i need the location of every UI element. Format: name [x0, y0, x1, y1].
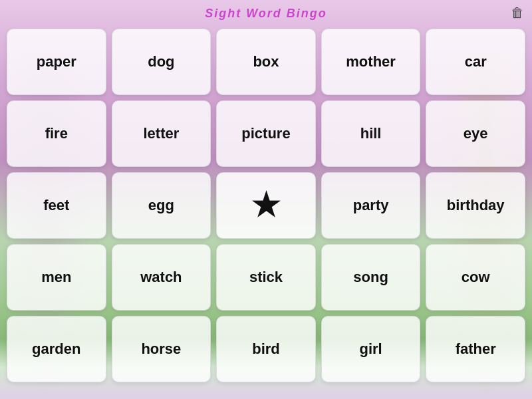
bingo-cell-fire[interactable]: fire	[7, 100, 106, 167]
bingo-cell-men[interactable]: men	[7, 244, 106, 311]
star-icon: ★	[251, 190, 280, 221]
trash-button[interactable]: 🗑	[511, 5, 524, 21]
bingo-cell-dog[interactable]: dog	[112, 29, 211, 95]
bingo-cell-hill[interactable]: hill	[321, 100, 421, 167]
bingo-cell-mother[interactable]: mother	[321, 29, 421, 95]
bingo-cell-girl[interactable]: girl	[321, 316, 421, 382]
bingo-cell-egg[interactable]: egg	[112, 172, 211, 239]
bingo-cell-horse[interactable]: horse	[112, 316, 211, 382]
bingo-cell-eye[interactable]: eye	[426, 100, 525, 167]
bingo-cell-car[interactable]: car	[426, 29, 525, 95]
bingo-cell-stick[interactable]: stick	[216, 244, 316, 311]
bingo-cell-party[interactable]: party	[321, 172, 421, 239]
header: Sight Word Bingo 🗑	[0, 0, 532, 26]
bingo-cell-garden[interactable]: garden	[7, 316, 106, 382]
bingo-cell-father[interactable]: father	[426, 316, 525, 382]
bingo-cell-bird[interactable]: bird	[216, 316, 316, 382]
bingo-cell-cow[interactable]: cow	[426, 244, 525, 311]
bingo-cell-box[interactable]: box	[216, 29, 316, 95]
bingo-cell-paper[interactable]: paper	[7, 29, 106, 95]
app-title: Sight Word Bingo	[205, 7, 327, 21]
bingo-cell-free[interactable]: ★	[216, 172, 316, 239]
bingo-grid: paperdogboxmothercarfireletterpicturehil…	[0, 29, 532, 389]
bingo-cell-feet[interactable]: feet	[7, 172, 106, 239]
bingo-cell-picture[interactable]: picture	[216, 100, 316, 167]
bingo-cell-song[interactable]: song	[321, 244, 421, 311]
bingo-cell-watch[interactable]: watch	[112, 244, 211, 311]
bingo-cell-birthday[interactable]: birthday	[426, 172, 525, 239]
bingo-cell-letter[interactable]: letter	[112, 100, 211, 167]
